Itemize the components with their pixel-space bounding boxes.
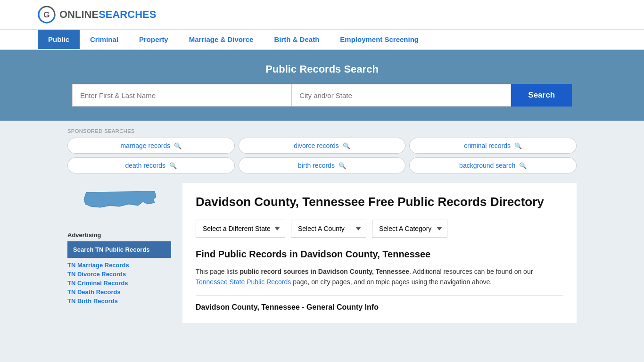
sponsored-death-label: death records	[125, 162, 166, 169]
description-text: This page lists public record sources in…	[196, 266, 563, 288]
nav-item-public[interactable]: Public	[38, 30, 80, 49]
sidebar-links: TN Marriage Records TN Divorce Records T…	[67, 262, 171, 304]
content-layout: Advertising Search TN Public Records TN …	[67, 183, 577, 323]
search-banner-title: Public Records Search	[38, 63, 606, 75]
sponsored-grid: marriage records 🔍 divorce records 🔍 cri…	[67, 138, 577, 173]
main-nav: Public Criminal Property Marriage & Divo…	[0, 30, 644, 50]
sponsored-background-label: background search	[459, 162, 515, 169]
sidebar-ad-button[interactable]: Search TN Public Records	[67, 241, 171, 258]
sidebar-link-divorce[interactable]: TN Divorce Records	[67, 271, 171, 278]
sidebar-link-marriage[interactable]: TN Marriage Records	[67, 262, 171, 269]
sponsored-marriage-label: marriage records	[120, 142, 170, 149]
state-dropdown[interactable]: Select a Different State	[196, 220, 285, 238]
nav-item-marriage-divorce[interactable]: Marriage & Divorce	[179, 30, 264, 49]
main-content: Davidson County, Tennessee Free Public R…	[182, 183, 577, 323]
county-dropdown[interactable]: Select A County	[291, 220, 366, 238]
logo-text: ONLINE SEARCHES	[59, 8, 156, 21]
logo-online-text: ONLINE	[59, 8, 99, 21]
desc-part1: This page lists	[196, 268, 239, 275]
search-icon-2: 🔍	[343, 142, 350, 149]
search-icon-3: 🔍	[514, 142, 522, 149]
sidebar-link-criminal[interactable]: TN Criminal Records	[67, 280, 171, 287]
nav-item-employment[interactable]: Employment Screening	[330, 30, 429, 49]
sponsored-background[interactable]: background search 🔍	[409, 157, 577, 173]
nav-item-criminal[interactable]: Criminal	[80, 30, 129, 49]
search-banner: Public Records Search Search	[0, 50, 644, 121]
sidebar-link-death[interactable]: TN Death Records	[67, 288, 171, 296]
location-input[interactable]	[291, 84, 511, 107]
section-divider	[196, 295, 563, 296]
sponsored-divorce-label: divorce records	[294, 142, 339, 149]
sidebar-link-birth[interactable]: TN Birth Records	[67, 297, 171, 304]
name-input[interactable]	[72, 84, 291, 107]
category-dropdown[interactable]: Select A Category	[372, 220, 447, 238]
sponsored-marriage[interactable]: marriage records 🔍	[67, 138, 235, 154]
sponsored-birth[interactable]: birth records 🔍	[239, 157, 406, 173]
sponsored-criminal[interactable]: criminal records 🔍	[409, 138, 577, 154]
state-shape	[67, 183, 171, 222]
search-form: Search	[72, 84, 572, 107]
sponsored-birth-label: birth records	[298, 162, 335, 169]
desc-part2: . Additional resources can be found on o…	[409, 268, 533, 275]
desc-part3: page, on city pages, and on topic pages …	[291, 278, 492, 286]
search-icon-5: 🔍	[339, 162, 346, 169]
header: G ONLINE SEARCHES	[0, 0, 644, 30]
general-info-title: Davidson County, Tennessee - General Cou…	[196, 303, 563, 312]
svg-text:G: G	[43, 10, 50, 19]
page-title: Davidson County, Tennessee Free Public R…	[196, 194, 563, 210]
desc-link[interactable]: Tennessee State Public Records	[196, 278, 291, 286]
search-icon-4: 🔍	[169, 162, 177, 169]
sidebar: Advertising Search TN Public Records TN …	[67, 183, 171, 323]
search-icon-1: 🔍	[174, 142, 182, 149]
logo-icon: G	[38, 6, 56, 24]
nav-item-property[interactable]: Property	[129, 30, 179, 49]
search-button[interactable]: Search	[511, 84, 572, 107]
nav-item-birth-death[interactable]: Birth & Death	[264, 30, 330, 49]
logo-searches-text: SEARCHES	[99, 8, 156, 21]
logo-area: G ONLINE SEARCHES	[38, 6, 156, 24]
dropdown-row: Select a Different State Select A County…	[196, 220, 563, 238]
desc-bold: public record sources in Davidson County…	[239, 268, 409, 275]
sponsored-criminal-label: criminal records	[464, 142, 511, 149]
main-container: SPONSORED SEARCHES marriage records 🔍 di…	[30, 121, 614, 330]
find-records-title: Find Public Records in Davidson County, …	[196, 249, 563, 260]
sponsored-divorce[interactable]: divorce records 🔍	[239, 138, 406, 154]
search-icon-6: 🔍	[519, 162, 527, 169]
sidebar-ad-label: Advertising	[67, 231, 171, 239]
sponsored-label: SPONSORED SEARCHES	[67, 128, 577, 134]
sponsored-death[interactable]: death records 🔍	[67, 157, 235, 173]
